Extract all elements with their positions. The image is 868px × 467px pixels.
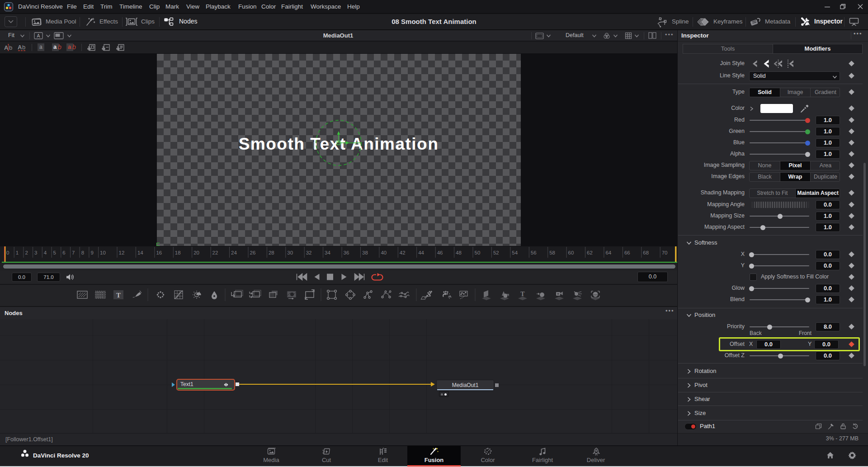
svg-text:68: 68 [643,250,649,255]
svg-text:T: T [116,292,121,299]
svg-text:2: 2 [25,250,28,255]
svg-text:10: 10 [100,250,106,255]
svg-text:40: 40 [381,250,387,255]
svg-text:30: 30 [287,250,293,255]
svg-text:A: A [37,33,40,38]
svg-text:70: 70 [662,250,668,255]
svg-text:62: 62 [587,250,593,255]
svg-text:A: A [18,44,22,51]
svg-text:3: 3 [34,250,37,255]
svg-text:36: 36 [344,250,349,255]
svg-text:48: 48 [456,250,462,255]
svg-text:26: 26 [250,250,256,255]
svg-text:64: 64 [605,250,611,255]
svg-text:b: b [22,44,25,51]
svg-text:20: 20 [193,250,199,255]
svg-text:54: 54 [512,250,518,255]
svg-text:56: 56 [531,250,537,255]
svg-text:38: 38 [362,250,368,255]
svg-text:1: 1 [16,250,19,255]
svg-text:14: 14 [137,250,143,255]
svg-text:18: 18 [175,250,181,255]
svg-text:9: 9 [90,250,93,255]
svg-text:b: b [9,44,12,51]
svg-text:34: 34 [325,250,330,255]
svg-text:44: 44 [418,250,424,255]
svg-text:T: T [520,291,525,297]
svg-text:58: 58 [549,250,555,255]
svg-text:46: 46 [437,250,443,255]
svg-text:22: 22 [212,250,218,255]
svg-text:A: A [4,44,9,51]
svg-text:7: 7 [72,250,75,255]
svg-text:12: 12 [119,250,125,255]
svg-text:28: 28 [269,250,274,255]
svg-text:24: 24 [231,250,237,255]
svg-text:6: 6 [62,250,65,255]
svg-text:50: 50 [475,250,481,255]
svg-text:8: 8 [81,250,84,255]
svg-text:16: 16 [156,250,162,255]
svg-text:32: 32 [306,250,312,255]
svg-text:4: 4 [44,250,47,255]
svg-text:5: 5 [53,250,56,255]
svg-text:42: 42 [400,250,406,255]
svg-text:52: 52 [493,250,499,255]
svg-text:60: 60 [568,250,574,255]
svg-text:66: 66 [624,250,630,255]
svg-text:0: 0 [6,250,9,255]
